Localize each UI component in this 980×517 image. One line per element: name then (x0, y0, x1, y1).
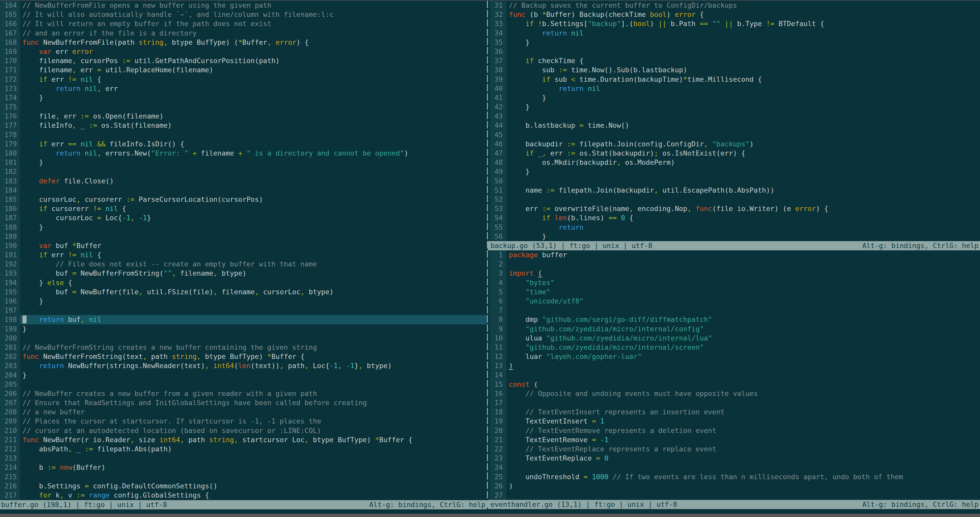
code-line[interactable]: 171 filename, err = util.ReplaceHome(fil… (0, 65, 487, 75)
code-line[interactable]: 40 return nil (488, 84, 980, 93)
code-line[interactable]: 174 } (0, 93, 487, 102)
code-line[interactable]: 184 (0, 186, 487, 195)
code-line[interactable]: 182 (0, 167, 487, 176)
code-line[interactable]: 215 (0, 472, 487, 482)
code-line[interactable]: 209// Places the cursor at startcursor. … (0, 416, 487, 426)
code-line[interactable]: 190 var buf *Buffer (0, 241, 487, 251)
code-line[interactable]: 216 b.Settings = config.DefaultCommonSet… (0, 482, 487, 491)
code-line[interactable]: 187 cursorLoc = Loc{-1, -1} (0, 213, 487, 222)
code-line[interactable]: 164// NewBufferFromFile opens a new buff… (0, 1, 487, 10)
code-line[interactable]: 193 buf = NewBufferFromString("", filena… (0, 269, 487, 278)
code-line[interactable]: 212 absPath, _ := filepath.Abs(path) (0, 444, 487, 454)
code-line[interactable]: 19 TextEventInsert = 1 (488, 416, 980, 426)
code-line[interactable]: 179 if err == nil && fileInfo.IsDir() { (0, 139, 487, 148)
code-line[interactable]: 20 // TextEventRemove represents a delet… (488, 426, 980, 435)
code-line[interactable]: 204} (0, 371, 487, 380)
code-line[interactable]: 36 (488, 47, 980, 56)
code-line[interactable]: 173 return nil, err (0, 84, 487, 93)
code-area-eventhandler-go[interactable]: 1package buffer23import (4 "bytes"5 "tim… (488, 251, 980, 500)
code-line[interactable]: 177 fileInfo, _ := os.Stat(filename) (0, 121, 487, 130)
code-line[interactable]: 205 (0, 380, 487, 389)
code-line[interactable]: 21 TextEventRemove = -1 (488, 435, 980, 444)
code-line[interactable]: 199} (0, 324, 487, 333)
pane-buffer-go[interactable]: 164// NewBufferFromFile opens a new buff… (0, 1, 487, 509)
code-line[interactable]: 175 (0, 102, 487, 112)
code-line[interactable]: 172 if err != nil { (0, 75, 487, 84)
code-line[interactable]: 183 defer file.Close() (0, 177, 487, 186)
code-line[interactable]: 18 // TextEventInsert represents an inse… (488, 407, 980, 416)
code-line[interactable]: 31// Backup saves the current buffer to … (488, 1, 980, 10)
code-line[interactable]: 211func NewBuffer(r io.Reader, size int6… (0, 435, 487, 444)
code-line[interactable]: 27 (488, 491, 980, 500)
code-line[interactable]: 167// and an error if the file is a dire… (0, 29, 487, 38)
code-line[interactable]: 170 filename, cursorPos := util.GetPathA… (0, 56, 487, 65)
code-line[interactable]: 47 if _, err := os.Stat(backupdir); os.I… (488, 148, 980, 158)
code-area-backup-go[interactable]: 31// Backup saves the current buffer to … (488, 1, 980, 241)
code-line[interactable]: 22 // TextEventReplace represents a repl… (488, 444, 980, 454)
code-line[interactable]: 8 dmp "github.com/sergi/go-diff/diffmatc… (488, 315, 980, 324)
code-line[interactable]: 166// It will return an empty buffer if … (0, 19, 487, 28)
code-line[interactable]: 2 (488, 260, 980, 269)
code-line[interactable]: 12 luar "layeh.com/gopher-luar" (488, 352, 980, 361)
code-line[interactable]: 169 var err error (0, 47, 487, 56)
code-line[interactable]: 14 (488, 370, 980, 380)
code-line[interactable]: 192 // File does not exist -- create an … (0, 260, 487, 269)
code-line[interactable]: 15const ( (488, 380, 980, 389)
code-line[interactable]: 6 "unicode/utf8" (488, 297, 980, 306)
code-line[interactable]: 213 (0, 454, 487, 463)
code-line[interactable]: 197 (0, 306, 487, 315)
code-line[interactable]: 185 cursorLoc, cursorerr := ParseCursorL… (0, 195, 487, 204)
code-line[interactable]: 26) (488, 482, 980, 491)
code-line[interactable]: 3import ( (488, 269, 980, 278)
code-line[interactable]: 52 (488, 195, 980, 204)
code-line[interactable]: 53 err := overwriteFile(name, encoding.N… (488, 204, 980, 213)
code-line[interactable]: 41 } (488, 93, 980, 102)
code-line[interactable]: 201// NewBufferFromString creates a new … (0, 343, 487, 352)
code-line[interactable]: 37 if checkTime { (488, 56, 980, 65)
code-line[interactable]: 165// It will also automatically handle … (0, 10, 487, 19)
code-line[interactable]: 56 } (488, 232, 980, 241)
code-line[interactable]: 7 (488, 306, 980, 315)
code-line[interactable]: 25 undoThreshold = 1000 // If two events… (488, 472, 980, 482)
code-line[interactable]: 202func NewBufferFromString(text, path s… (0, 352, 487, 361)
code-line[interactable]: 198 return buf, nil (0, 315, 487, 324)
code-line[interactable]: 206// NewBuffer creates a new buffer fro… (0, 389, 487, 398)
code-line[interactable]: 194 } else { (0, 278, 487, 287)
code-line[interactable]: 203 return NewBuffer(strings.NewReader(t… (0, 361, 487, 370)
code-line[interactable]: 168func NewBufferFromFile(path string, b… (0, 38, 487, 47)
code-line[interactable]: 180 return nil, errors.New("Error: " + f… (0, 148, 487, 158)
code-line[interactable]: 38 sub := time.Now().Sub(b.lastbackup) (488, 65, 980, 75)
code-line[interactable]: 189 (0, 232, 487, 241)
code-line[interactable]: 217 for k, v := range config.GlobalSetti… (0, 491, 487, 500)
code-area-buffer-go[interactable]: 164// NewBufferFromFile opens a new buff… (0, 1, 487, 500)
code-line[interactable]: 181 } (0, 158, 487, 167)
code-line[interactable]: 34 return nil (488, 29, 980, 38)
code-line[interactable]: 43 (488, 112, 980, 121)
code-line[interactable]: 49 } (488, 167, 980, 176)
code-line[interactable]: 51 name := filepath.Join(backupdir, util… (488, 186, 980, 195)
code-line[interactable]: 50 (488, 177, 980, 186)
code-line[interactable]: 196 } (0, 297, 487, 306)
code-line[interactable]: 13) (488, 361, 980, 370)
code-line[interactable]: 17 (488, 398, 980, 407)
code-line[interactable]: 200 (0, 333, 487, 343)
code-line[interactable]: 54 if len(b.lines) == 0 { (488, 213, 980, 222)
code-line[interactable]: 188 } (0, 223, 487, 232)
code-line[interactable]: 1package buffer (488, 251, 980, 260)
code-line[interactable]: 208// a new buffer (0, 407, 487, 416)
code-line[interactable]: 23 TextEventReplace = 0 (488, 454, 980, 463)
code-line[interactable]: 45 (488, 130, 980, 139)
code-line[interactable]: 32func (b *Buffer) Backup(checkTime bool… (488, 10, 980, 19)
code-line[interactable]: 10 ulua "github.com/zyedidia/micro/inter… (488, 333, 980, 343)
code-line[interactable]: 33 if !b.Settings["backup"].(bool) || b.… (488, 19, 980, 28)
code-line[interactable]: 11 "github.com/zyedidia/micro/internal/s… (488, 343, 980, 352)
code-line[interactable]: 210// cursor at an autodetected location… (0, 426, 487, 435)
code-line[interactable]: 9 "github.com/zyedidia/micro/internal/co… (488, 324, 980, 333)
code-line[interactable]: 178 (0, 130, 487, 139)
code-line[interactable]: 186 if cursorerr != nil { (0, 204, 487, 213)
code-line[interactable]: 207// Ensure that ReadSettings and InitG… (0, 398, 487, 407)
code-line[interactable]: 55 return (488, 223, 980, 232)
code-line[interactable]: 195 buf = NewBuffer(file, util.FSize(fil… (0, 287, 487, 297)
code-line[interactable]: 39 if sub < time.Duration(backupTime)*ti… (488, 75, 980, 84)
code-line[interactable]: 4 "bytes" (488, 278, 980, 287)
